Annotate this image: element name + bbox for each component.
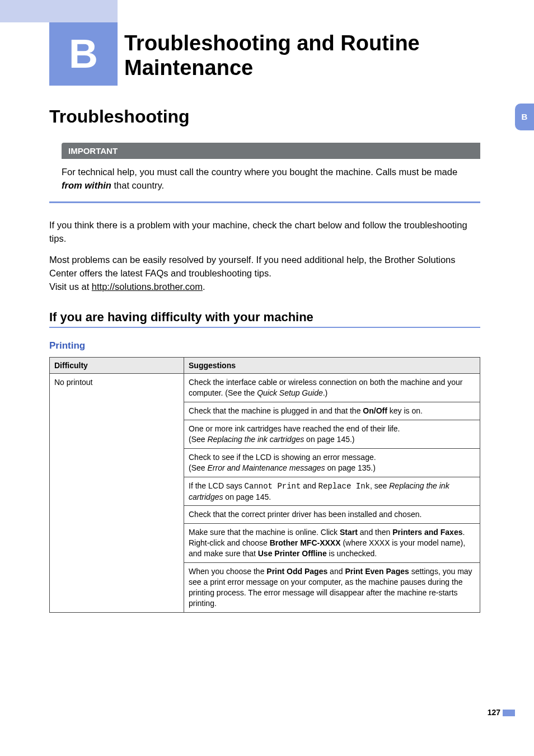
- th-suggestions: Suggestions: [184, 358, 480, 374]
- s1b: Quick Setup Guide: [257, 388, 323, 397]
- cell-suggestion-8: When you choose the Print Odd Pages and …: [184, 563, 480, 613]
- chapter-title: Troubleshooting and Routine Maintenance: [124, 31, 477, 80]
- s7d: Printers and Faxes: [392, 528, 462, 537]
- s8b: Print Odd Pages: [266, 567, 327, 576]
- s4a: Check to see if the LCD is showing an er…: [189, 453, 376, 462]
- s7h: Use Printer Offline: [258, 549, 327, 558]
- page-content: Troubleshooting IMPORTANT For technical …: [49, 106, 480, 613]
- intro-para-2: Most problems can be easily resolved by …: [49, 253, 480, 294]
- s3d: on page 145.): [304, 435, 354, 444]
- subsection-heading: If you are having difficulty with your m…: [49, 310, 480, 328]
- s2b: On/Off: [363, 406, 387, 415]
- important-box: IMPORTANT For technical help, you must c…: [49, 143, 480, 203]
- chapter-letter-box: B: [49, 22, 118, 86]
- table-row: No printout Check the interface cable or…: [50, 374, 480, 402]
- table-title: Printing: [49, 340, 480, 351]
- s4b: (See: [189, 463, 207, 472]
- s3b: (See: [189, 435, 207, 444]
- s3a: One or more ink cartridges have reached …: [189, 424, 400, 433]
- s5d: Replace Ink: [318, 482, 370, 491]
- s5a: If the LCD says: [189, 481, 245, 490]
- important-body: For technical help, you must call the co…: [49, 159, 480, 201]
- s7i: is unchecked.: [327, 549, 377, 558]
- s5c: and: [301, 481, 318, 490]
- intro-para-2a: Most problems can be easily resolved by …: [49, 255, 456, 278]
- intro-para-2b-suffix: .: [203, 281, 205, 292]
- s8c: and: [327, 567, 345, 576]
- s8a: When you choose the: [189, 567, 266, 576]
- section-heading: Troubleshooting: [49, 106, 480, 127]
- cell-suggestion-4: Check to see if the LCD is showing an er…: [184, 448, 480, 477]
- important-emph: from within: [62, 180, 111, 190]
- intro-para-2b-prefix: Visit us at: [49, 281, 92, 292]
- s8d: Print Even Pages: [345, 567, 409, 576]
- s2c: key is on.: [387, 406, 423, 415]
- cell-suggestion-2: Check that the machine is plugged in and…: [184, 402, 480, 420]
- s5e: , see: [370, 481, 389, 490]
- s1c: .): [323, 388, 328, 397]
- s3c: Replacing the ink cartridges: [207, 435, 304, 444]
- cell-suggestion-5: If the LCD says Cannot Print and Replace…: [184, 477, 480, 506]
- cell-difficulty: No printout: [50, 374, 184, 612]
- side-tab: B: [515, 104, 534, 130]
- s7c: and then: [358, 528, 392, 537]
- troubleshooting-table: Difficulty Suggestions No printout Check…: [49, 357, 480, 612]
- cell-suggestion-1: Check the interface cable or wireless co…: [184, 374, 480, 402]
- s7a: Make sure that the machine is online. Cl…: [189, 528, 340, 537]
- s5b: Cannot Print: [245, 482, 301, 491]
- s4d: on page 135.): [325, 463, 376, 472]
- important-text-after: that country.: [111, 180, 164, 190]
- s7f: Brother MFC-XXXX: [270, 538, 341, 547]
- top-color-band: [0, 0, 118, 22]
- s7b: Start: [340, 528, 358, 537]
- important-label: IMPORTANT: [62, 143, 480, 159]
- table-header-row: Difficulty Suggestions: [50, 358, 480, 374]
- cell-suggestion-7: Make sure that the machine is online. Cl…: [184, 524, 480, 563]
- cell-suggestion-3: One or more ink cartridges have reached …: [184, 420, 480, 449]
- intro-para-1: If you think there is a problem with you…: [49, 219, 480, 246]
- solutions-link[interactable]: http://solutions.brother.com: [92, 281, 203, 292]
- th-difficulty: Difficulty: [50, 358, 184, 374]
- page-number: 127: [488, 708, 500, 717]
- s2a: Check that the machine is plugged in and…: [189, 406, 363, 415]
- cell-suggestion-6: Check that the correct printer driver ha…: [184, 506, 480, 524]
- s5g: on page 145.: [223, 492, 271, 501]
- important-text-before: For technical help, you must call the co…: [62, 167, 457, 177]
- s4c: Error and Maintenance messages: [207, 463, 325, 472]
- page-number-mark: [503, 710, 515, 716]
